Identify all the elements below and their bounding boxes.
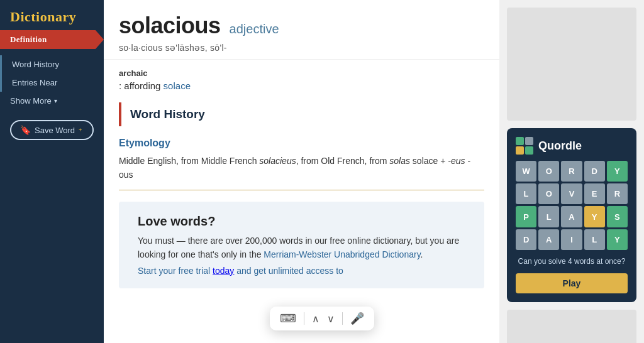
mic-icon[interactable]: 🎤 [350, 312, 364, 325]
quordle-cell: S [607, 206, 628, 227]
etymology-heading: Etymology [119, 138, 484, 149]
quordle-cell: L [516, 183, 536, 204]
today-link[interactable]: today [213, 266, 234, 276]
word-header: solacious adjective so·la·cious sə'lāshə… [104, 0, 499, 60]
quordle-cell: W [516, 161, 536, 182]
definition-section: archaic : affording solace [104, 60, 499, 102]
keyboard-icon[interactable]: ⌨ [280, 312, 296, 325]
quordle-cell: R [561, 161, 582, 182]
quordle-cell: D [516, 229, 536, 250]
toolbar-divider-2 [342, 312, 343, 325]
word-title-line: solacious adjective [119, 13, 484, 39]
sidebar-item-word-history[interactable]: Word History [0, 55, 104, 74]
ad-top [507, 8, 636, 121]
quordle-logo [516, 137, 533, 155]
quordle-card: Quordle WORDYLOVERPLAYSDAILY Can you sol… [507, 128, 636, 302]
save-word-button[interactable]: 🔖 Save Word + [10, 120, 94, 140]
quordle-description: Can you solve 4 words at once? [516, 256, 628, 267]
quordle-cell: Y [607, 229, 628, 250]
ad-bottom [507, 310, 636, 343]
quordle-cell: L [584, 229, 605, 250]
main-content: solacious adjective so·la·cious sə'lāshə… [104, 0, 499, 343]
quordle-cell: D [584, 161, 605, 182]
logo-cell-4 [525, 146, 533, 155]
love-words-title: Love words? [138, 214, 465, 229]
plus-badge: + [79, 127, 82, 133]
quordle-play-button[interactable]: Play [516, 273, 628, 293]
quordle-cell: V [561, 183, 582, 204]
logo-cell-1 [516, 137, 524, 145]
right-panel: Quordle WORDYLOVERPLAYSDAILY Can you sol… [499, 0, 644, 343]
quordle-cell: A [561, 206, 582, 227]
quordle-cell: L [538, 206, 559, 227]
quordle-header: Quordle [516, 137, 628, 155]
chevron-down-icon: ▾ [54, 97, 57, 104]
quordle-title: Quordle [538, 139, 582, 153]
logo-cell-3 [516, 146, 524, 155]
love-words-section: Love words? You must — there are over 20… [119, 202, 484, 288]
quordle-cell: O [538, 161, 559, 182]
quordle-cell: O [538, 183, 559, 204]
keyboard-toolbar: ⌨ ∧ ∨ 🎤 [270, 307, 374, 330]
sidebar-item-show-more[interactable]: Show More ▾ [0, 92, 104, 110]
quordle-cell: P [516, 206, 536, 227]
quordle-grid: WORDYLOVERPLAYSDAILY [516, 161, 628, 250]
quordle-cell: Y [607, 161, 628, 182]
solace-link[interactable]: solace [164, 80, 191, 91]
definition-tab[interactable]: Definition [0, 30, 104, 49]
bookmark-icon: 🔖 [20, 125, 31, 135]
logo-cell-2 [525, 137, 533, 145]
definition-text: : affording solace [119, 80, 484, 91]
free-trial-text: Start your free trial today and get unli… [138, 266, 465, 276]
usage-label: archaic [119, 68, 484, 78]
etymology-section: Etymology Middle English, from Middle Fr… [119, 138, 484, 190]
dictionary-logo[interactable]: Dictionary [0, 0, 104, 30]
word-history-section: Word History [119, 102, 484, 126]
sidebar-item-entries-near[interactable]: Entries Near [0, 74, 104, 92]
up-arrow-button[interactable]: ∧ [312, 313, 319, 325]
part-of-speech: adjective [230, 22, 279, 36]
quordle-cell: A [538, 229, 559, 250]
word-history-heading: Word History [130, 102, 484, 126]
headword: solacious [119, 13, 221, 38]
toolbar-divider-1 [304, 312, 304, 325]
quordle-cell: I [561, 229, 582, 250]
pronunciation: so·la·cious sə'lāshəs, sō'l- [119, 43, 484, 53]
down-arrow-button[interactable]: ∨ [327, 313, 335, 325]
etymology-text: Middle English, from Middle French solac… [119, 154, 484, 182]
sidebar: Dictionary Definition Word History Entri… [0, 0, 104, 343]
quordle-cell: Y [584, 206, 605, 227]
merriam-link[interactable]: Merriam-Webster Unabridged Dictionary [264, 249, 420, 259]
love-words-body: You must — there are over 200,000 words … [138, 234, 465, 262]
quordle-cell: E [584, 183, 605, 204]
quordle-cell: R [607, 183, 628, 204]
